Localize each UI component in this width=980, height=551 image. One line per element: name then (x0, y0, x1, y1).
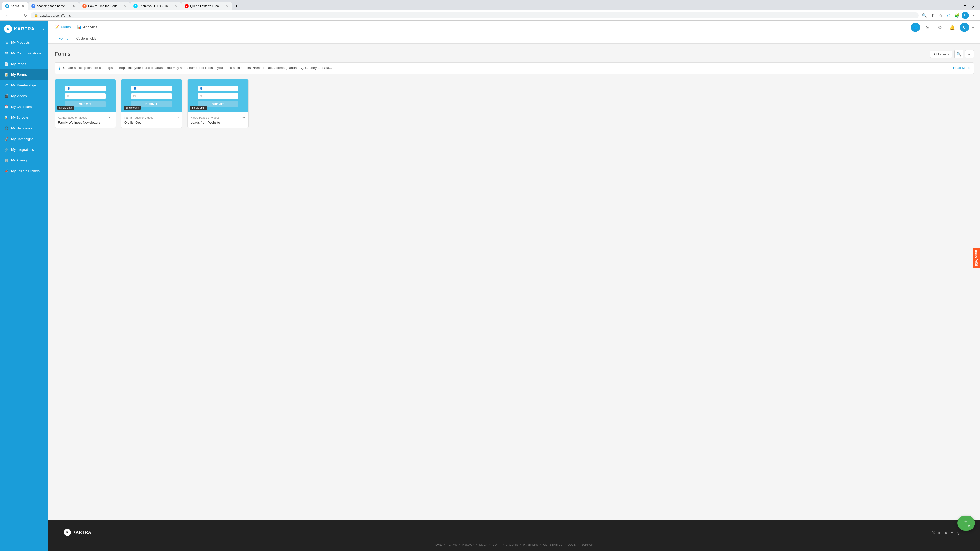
form-card-menu-1[interactable]: ⋯ (109, 116, 113, 120)
footer-link-partners[interactable]: PARTNERS (523, 543, 538, 546)
form-card-1[interactable]: 👤 ✉ SUBMIT Single optin Kartra Pages or … (55, 79, 116, 128)
communications-icon: ✉ (4, 51, 9, 56)
footer-facebook-icon[interactable]: f (928, 530, 929, 535)
logo-text: KARTRA (14, 26, 35, 32)
avatar-chevron[interactable]: ▾ (972, 25, 974, 29)
footer-twitter-icon[interactable]: 𝕏 (932, 530, 935, 535)
browser-tab-tenor[interactable]: T How to Find the Perfect GIF: 10 M... ✕ (80, 2, 130, 10)
footer-youtube-icon[interactable]: ▶ (945, 530, 948, 535)
page-title: Forms (55, 51, 70, 57)
footer-linkedin-icon[interactable]: in (938, 530, 941, 535)
footer-link-credits[interactable]: CREDITS (506, 543, 518, 546)
footer-link-get-started[interactable]: GET STARTED (543, 543, 563, 546)
kartra-logo[interactable]: K KARTRA (4, 25, 35, 33)
maximize-button[interactable]: ⧠ (961, 4, 969, 9)
browser-share-button[interactable]: ⬆ (929, 12, 936, 19)
form-card-3[interactable]: 👤 ✉ SUBMIT Single optin Kartra Pages or … (187, 79, 248, 128)
sidebar-label-agency: My Agency (11, 159, 27, 162)
footer-link-gdpr[interactable]: GDPR (493, 543, 501, 546)
footer-link-privacy[interactable]: PRIVACY (462, 543, 474, 546)
form-card-menu-3[interactable]: ⋯ (242, 116, 245, 120)
filter-dropdown[interactable]: All forms ▾ (930, 51, 953, 58)
surveys-icon: 📊 (4, 115, 9, 120)
user-avatar-button[interactable]: U (960, 23, 969, 32)
sidebar-label-pages: My Pages (11, 62, 26, 66)
close-button[interactable]: ✕ (970, 4, 977, 9)
sidebar-label-communications: My Communications (11, 51, 41, 55)
address-bar[interactable]: 🔒 app.kartra.com/forms (30, 13, 919, 18)
done-label: DONE (975, 250, 978, 258)
sidebar-item-forms[interactable]: 📝 My Forms (0, 69, 48, 80)
tab-close-youtube[interactable]: ✕ (226, 4, 229, 8)
subtab-custom-fields[interactable]: Custom fields (72, 34, 100, 43)
mail-button[interactable]: ✉ (923, 23, 932, 32)
globe-button[interactable]: 🌐 (911, 23, 920, 32)
helpdesks-icon: 🎧 (4, 126, 9, 130)
browser-tab-youtube[interactable]: ▶ Queen Latifah's Dream of Playin... ✕ (181, 2, 232, 10)
done-badge[interactable]: 85% DONE (973, 248, 980, 268)
browser-omnibar: ‹ › ↻ 🔒 app.kartra.com/forms 🔍 ⬆ ☆ ⬡ 🧩 U… (0, 10, 980, 21)
topnav-analytics[interactable]: 📊 Analytics (77, 21, 97, 33)
browser-tab-giphy[interactable]: G Thank you GIFs - Find & Share c... ✕ (130, 2, 181, 10)
sidebar-label-campaigns: My Campaigns (11, 137, 33, 141)
subtab-forms[interactable]: Forms (55, 34, 72, 43)
read-more-link[interactable]: Read More (953, 66, 969, 70)
reload-button[interactable]: ↻ (21, 12, 29, 19)
browser-bookmark-button[interactable]: ☆ (937, 12, 944, 19)
tab-close-tenor[interactable]: ✕ (124, 4, 127, 8)
browser-tab-google[interactable]: G shopping for a home a home gif... ✕ (28, 2, 79, 10)
footer-link-terms[interactable]: TERMS (447, 543, 457, 546)
sidebar-item-integrations[interactable]: 🔗 My Integrations (0, 144, 48, 155)
sidebar-item-pages[interactable]: 📄 My Pages (0, 59, 48, 69)
back-button[interactable]: ‹ (3, 12, 10, 19)
more-options-button[interactable]: ⋯ (965, 50, 974, 59)
footer-link-login[interactable]: LOGIN (568, 543, 576, 546)
form-badge-3: Single optin (190, 106, 207, 110)
form-card-2[interactable]: 👤 ✉ SUBMIT Single optin Kartra Pages or … (121, 79, 182, 128)
videos-icon: 🎬 (4, 94, 9, 98)
footer-pinterest-icon[interactable]: P (951, 530, 953, 535)
footer-logo-text: KARTRA (73, 530, 91, 535)
sidebar-item-agency[interactable]: 🏢 My Agency (0, 155, 48, 165)
sidebar-item-campaigns[interactable]: 🚀 My Campaigns (0, 133, 48, 144)
browser-extension-puzzle[interactable]: ⬡ (945, 12, 953, 19)
new-tab-button[interactable]: + (232, 2, 241, 10)
browser-profile-button[interactable]: U (962, 12, 969, 19)
fab-plus-icon: + (964, 519, 968, 524)
sidebar-item-products[interactable]: 🛍 My Products (0, 37, 48, 48)
sidebar-item-surveys[interactable]: 📊 My Surveys (0, 112, 48, 123)
browser-search-button[interactable]: 🔍 (921, 12, 928, 19)
forward-button[interactable]: › (12, 12, 19, 19)
browser-tab-kartra[interactable]: K Kartra ✕ (2, 2, 28, 10)
minimize-button[interactable]: — (953, 4, 960, 9)
footer-link-home[interactable]: HOME (434, 543, 442, 546)
form-card-preview-3: 👤 ✉ SUBMIT Single optin (188, 79, 248, 113)
topnav-forms[interactable]: 📝 Forms (55, 21, 71, 33)
tab-title-tenor: How to Find the Perfect GIF: 10 M... (88, 4, 121, 8)
tab-close-kartra[interactable]: ✕ (22, 4, 25, 8)
sidebar-item-videos[interactable]: 🎬 My Videos (0, 91, 48, 101)
tab-close-giphy[interactable]: ✕ (175, 4, 178, 8)
sidebar-item-helpdesks[interactable]: 🎧 My Helpdesks (0, 123, 48, 133)
tab-close-google[interactable]: ✕ (73, 4, 76, 8)
sidebar-label-products: My Products (11, 41, 30, 44)
footer-link-dmca[interactable]: DMCA (479, 543, 487, 546)
footer-logo[interactable]: K KARTRA (64, 529, 91, 536)
sidebar-item-communications[interactable]: ✉ My Communications (0, 48, 48, 59)
form-card-menu-2[interactable]: ⋯ (175, 116, 179, 120)
browser-menu-button[interactable]: ⋮ (970, 12, 977, 19)
sidebar-collapse-button[interactable]: ‹ (43, 26, 45, 32)
search-button[interactable]: 🔍 (955, 50, 963, 59)
footer-instagram-icon[interactable]: ig (956, 530, 959, 535)
sidebar-item-calendars[interactable]: 📅 My Calendars (0, 101, 48, 112)
browser-extensions-button[interactable]: 🧩 (953, 12, 961, 19)
sidebar-item-affiliate[interactable]: 📣 My Affiliate Promos (0, 165, 48, 176)
footer-link-support[interactable]: SUPPORT (581, 543, 595, 546)
done-percent: 85% (974, 259, 978, 266)
add-form-fab[interactable]: + FORM (957, 516, 975, 530)
settings-button[interactable]: ⚙ (935, 23, 945, 32)
sidebar-item-memberships[interactable]: 🏷 My Memberships (0, 80, 48, 91)
form-field-name-mock: 👤 (65, 86, 106, 91)
bell-button[interactable]: 🔔 (948, 23, 957, 32)
form-badge-2: Single optin (124, 106, 141, 110)
